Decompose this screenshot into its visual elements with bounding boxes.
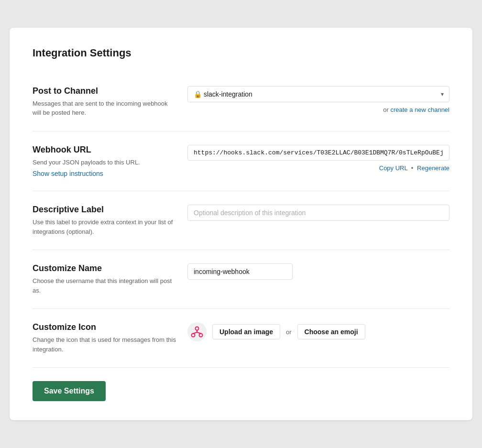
descriptive-label-section: Descriptive Label Use this label to prov… [33, 191, 449, 250]
create-channel-row: or create a new channel [187, 106, 449, 113]
customize-name-section: Customize Name Choose the username that … [33, 250, 449, 309]
regenerate-link[interactable]: Regenerate [417, 164, 449, 172]
or-text: or [286, 328, 292, 336]
create-channel-link[interactable]: create a new channel [390, 106, 449, 113]
copy-url-link[interactable]: Copy URL [379, 164, 407, 172]
customize-icon-title: Customize Icon [33, 322, 176, 332]
icon-controls-row: Upload an image or Choose an emoji [187, 322, 449, 341]
channel-dropdown-wrapper: 🔒 slack-integration general random ▾ [187, 86, 449, 102]
section-right-label [187, 205, 449, 221]
section-right-name [187, 263, 449, 280]
customize-name-desc: Choose the username that this integratio… [33, 276, 176, 295]
descriptive-label-desc: Use this label to provide extra context … [33, 218, 176, 236]
upload-image-button[interactable]: Upload an image [212, 324, 280, 339]
settings-card: Integration Settings Post to Channel Mes… [10, 28, 472, 421]
section-right-post-to-channel: 🔒 slack-integration general random ▾ or … [187, 86, 449, 113]
webhook-url-input[interactable] [187, 145, 449, 161]
page-title: Integration Settings [33, 47, 449, 59]
webhook-url-section: Webhook URL Send your JSON payloads to t… [33, 131, 449, 192]
dot-separator: • [411, 164, 414, 172]
section-left-webhook: Webhook URL Send your JSON payloads to t… [33, 145, 176, 178]
section-right-icon: Upload an image or Choose an emoji [187, 322, 449, 341]
save-section: Save Settings [33, 368, 449, 401]
create-channel-prefix: or [383, 106, 389, 113]
post-to-channel-desc: Messages that are sent to the incoming w… [33, 99, 176, 118]
webhook-url-desc: Send your JSON payloads to this URL. [33, 158, 176, 167]
descriptive-label-title: Descriptive Label [33, 205, 176, 215]
customize-icon-desc: Change the icon that is used for message… [33, 335, 176, 354]
section-left-name: Customize Name Choose the username that … [33, 263, 176, 295]
customize-name-title: Customize Name [33, 263, 176, 273]
customize-icon-section: Customize Icon Change the icon that is u… [33, 309, 449, 368]
section-left-icon: Customize Icon Change the icon that is u… [33, 322, 176, 354]
webhook-url-title: Webhook URL [33, 145, 176, 155]
section-left-label: Descriptive Label Use this label to prov… [33, 205, 176, 236]
customize-name-input[interactable] [187, 263, 293, 280]
post-to-channel-title: Post to Channel [33, 86, 176, 96]
webhook-icon [187, 322, 207, 341]
channel-dropdown[interactable]: 🔒 slack-integration general random [187, 86, 449, 102]
post-to-channel-section: Post to Channel Messages that are sent t… [33, 73, 449, 131]
save-settings-button[interactable]: Save Settings [33, 381, 106, 401]
choose-emoji-button[interactable]: Choose an emoji [297, 324, 365, 339]
descriptive-label-input[interactable] [187, 205, 449, 221]
section-left-post-to-channel: Post to Channel Messages that are sent t… [33, 86, 176, 118]
section-right-webhook: Copy URL • Regenerate [187, 145, 449, 172]
show-setup-instructions-link[interactable]: Show setup instructions [33, 170, 103, 177]
url-actions: Copy URL • Regenerate [187, 164, 449, 172]
